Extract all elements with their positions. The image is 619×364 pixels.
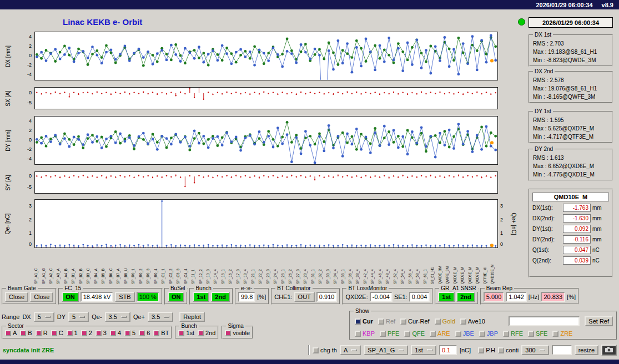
show-cur-checkbox[interactable]: Cur <box>355 318 373 325</box>
checkbox-box[interactable] <box>124 330 130 336</box>
checkbox-box[interactable] <box>435 318 441 325</box>
sector-c-checkbox[interactable]: C <box>51 330 63 336</box>
busel-on-button[interactable]: ON <box>168 292 185 302</box>
charge-threshold-input[interactable] <box>439 345 457 355</box>
set-ref-button[interactable]: Set Ref <box>585 316 613 326</box>
gr-snsr-2nd-button[interactable]: 2nd <box>456 292 475 302</box>
bpm-select[interactable]: SP_A1_G <box>364 345 408 355</box>
sector-select[interactable]: A <box>340 345 361 355</box>
show-ref-checkbox[interactable]: Ref <box>378 318 395 325</box>
checkbox-box[interactable] <box>153 330 159 336</box>
conti-checkbox[interactable]: conti <box>498 347 519 353</box>
show-qfe-checkbox[interactable]: QFE <box>404 330 425 337</box>
beam-gate-close-2-button[interactable]: Close <box>30 292 53 302</box>
sector-a-checkbox[interactable]: A <box>5 330 17 336</box>
sector-4-checkbox[interactable]: 4 <box>110 330 121 336</box>
gr-snsr-1st-button[interactable]: 1st <box>438 292 455 302</box>
sector-6-checkbox[interactable]: 6 <box>139 330 150 336</box>
show-rfe-checkbox[interactable]: RFE <box>503 330 523 337</box>
bunch-select-2nd-checkbox[interactable]: 2nd <box>198 330 215 336</box>
bpm-detail-label: Q(2nd): <box>532 257 561 264</box>
camera-button[interactable] <box>601 345 617 356</box>
checkbox-box[interactable] <box>478 347 484 353</box>
show-sfe-checkbox[interactable]: SFE <box>528 330 547 337</box>
show-jbe-checkbox[interactable]: JBE <box>455 330 474 337</box>
checkbox-box[interactable] <box>404 331 410 337</box>
checkbox-box[interactable] <box>51 330 57 336</box>
sigma-visible-checkbox[interactable]: visible <box>225 330 250 336</box>
checkbox-box[interactable] <box>110 330 116 336</box>
sector-2-checkbox[interactable]: 2 <box>81 330 92 336</box>
replot-button[interactable]: Replot <box>179 312 205 322</box>
bpm-label: QXD2E_M <box>461 250 465 284</box>
count-select[interactable]: 300 <box>521 345 548 355</box>
range-qe-plus-select[interactable]: 3.5 <box>148 312 173 322</box>
checkbox-box[interactable] <box>380 331 386 337</box>
bunch-number-select[interactable]: 1st <box>411 345 436 355</box>
checkbox-box[interactable] <box>139 330 145 336</box>
busel-group: BuSel ON <box>164 288 188 305</box>
checkbox-box[interactable] <box>498 347 504 353</box>
checkbox-box[interactable] <box>378 318 384 325</box>
bunch-2nd-button[interactable]: 2nd <box>211 292 230 302</box>
bpm-label: SP_38_4 <box>356 250 360 284</box>
y-tick-label: -4 <box>27 72 32 77</box>
checkbox-box[interactable] <box>455 331 461 337</box>
count-input[interactable] <box>552 345 572 355</box>
checkbox-box[interactable] <box>225 330 231 336</box>
checkbox-box[interactable] <box>552 331 558 337</box>
bpm-label: SP_B1_A <box>72 250 76 284</box>
sector-3-checkbox[interactable]: 3 <box>95 330 107 336</box>
range-dy-select[interactable]: 5 <box>68 312 89 322</box>
data-timestamp: 2026/01/29 06:00:34 <box>529 17 613 28</box>
fc15-on-button[interactable]: ON <box>62 292 79 302</box>
sector-1-checkbox[interactable]: 1 <box>67 330 78 336</box>
checkbox-box[interactable] <box>355 318 361 325</box>
show-are-checkbox[interactable]: ARE <box>430 330 450 337</box>
checkbox-box[interactable] <box>400 318 406 325</box>
bunch-1st-button[interactable]: 1st <box>193 292 209 302</box>
checkbox-box[interactable] <box>355 331 361 337</box>
gr-snsr-group: GR_A1 SNSR 1st 2nd <box>435 288 478 305</box>
checkbox-box[interactable] <box>20 330 26 336</box>
sector-r-checkbox[interactable]: R <box>36 330 48 336</box>
sy-chart-row: SY [A] 0-5 <box>0 171 529 194</box>
ref-file-input[interactable] <box>509 316 580 326</box>
sector-bt-checkbox[interactable]: BT <box>153 330 169 336</box>
show-zre-checkbox[interactable]: ZRE <box>552 330 572 337</box>
bunch-select-1st-checkbox[interactable]: 1st <box>178 330 194 336</box>
checkbox-box[interactable] <box>36 330 42 336</box>
checkbox-box[interactable] <box>430 331 436 337</box>
show-kbp-checkbox[interactable]: KBP <box>355 330 375 337</box>
checkbox-box[interactable] <box>460 318 466 325</box>
checkbox-box[interactable] <box>178 330 184 336</box>
checkbox-box[interactable] <box>67 330 73 336</box>
show-gold-checkbox[interactable]: Gold <box>435 318 455 325</box>
checkbox-box[interactable] <box>81 330 87 336</box>
chg-th-checkbox[interactable]: chg th <box>313 347 337 353</box>
sector-5-checkbox[interactable]: 5 <box>124 330 135 336</box>
fc15-stb-button[interactable]: STB <box>115 292 134 302</box>
range-dx-select[interactable]: 5 <box>34 312 54 322</box>
bpm-detail-row: DY(1st): 0.092 mm <box>532 225 609 233</box>
checkbox-box[interactable] <box>198 330 204 336</box>
dx-2nd-stats: DX 2nd RMS : 2.578 Max : 19.076@S8_61_H1… <box>529 71 613 103</box>
range-qe-minus-select[interactable]: 3.5 <box>105 312 130 322</box>
checkbox-box[interactable] <box>5 330 11 336</box>
show-curref-checkbox[interactable]: Cur-Ref <box>400 318 430 325</box>
show-pfe-checkbox[interactable]: PFE <box>380 330 399 337</box>
show-jbp-checkbox[interactable]: JBP <box>479 330 498 337</box>
sector-b-checkbox[interactable]: B <box>20 330 32 336</box>
bt-lossmonitor-title: BT LossMonitor <box>346 285 389 292</box>
show-ave10-checkbox[interactable]: Ave10 <box>460 318 485 325</box>
resize-button[interactable]: resize <box>575 345 598 355</box>
checkbox-box[interactable] <box>503 331 509 337</box>
checkbox-box[interactable] <box>479 331 485 337</box>
checkbox-box[interactable] <box>95 330 102 336</box>
checkbox-box[interactable] <box>313 347 319 353</box>
ph-checkbox[interactable]: P.H <box>478 347 495 353</box>
beam-gate-close-1-button[interactable]: Close <box>5 292 28 302</box>
che1-out-button[interactable]: OUT <box>294 292 315 302</box>
bunch-group: Bunch 1st 2nd <box>189 288 233 305</box>
checkbox-box[interactable] <box>528 331 534 337</box>
